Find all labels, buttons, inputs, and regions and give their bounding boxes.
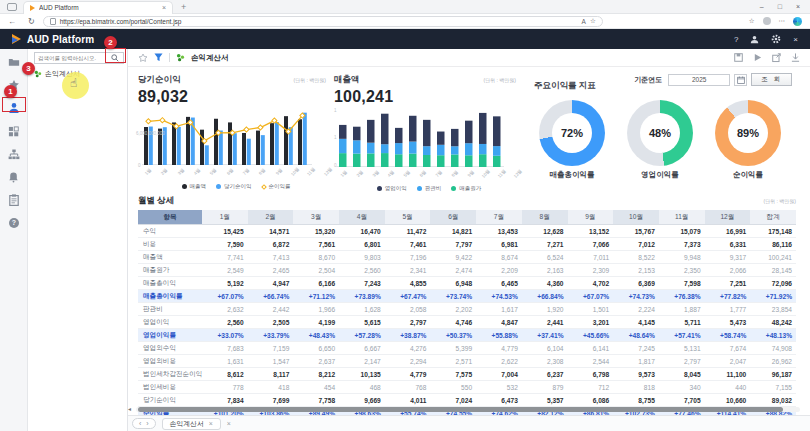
- tab-pager[interactable]: ‹ ›: [132, 418, 156, 429]
- tree-search-input[interactable]: [35, 55, 111, 61]
- more-menu-icon[interactable]: ⋯: [779, 17, 786, 25]
- tab-close-icon[interactable]: ×: [162, 4, 166, 11]
- table-cell: 2,341: [385, 264, 431, 277]
- vertical-tabs-icon[interactable]: [7, 3, 17, 11]
- table-cell: 7,155: [750, 381, 796, 394]
- profile-avatar[interactable]: [763, 17, 771, 25]
- table-cell: 10,135: [339, 368, 385, 381]
- table-cell: 5,131: [659, 342, 705, 355]
- close-all-tabs-icon[interactable]: ×: [227, 420, 231, 427]
- browser-tab[interactable]: AUD Platform ×: [23, 1, 173, 14]
- user-icon[interactable]: [750, 35, 759, 44]
- column-header: 4월: [339, 210, 385, 225]
- sheet-tab-income-statement[interactable]: 손익계산서 ×: [162, 418, 221, 430]
- legend-item: 매출액: [182, 183, 207, 190]
- page-info-icon[interactable]: [50, 18, 56, 25]
- table-cell: 4,011: [385, 394, 431, 407]
- folder-icon[interactable]: [7, 55, 21, 69]
- bookmark-star-icon[interactable]: [138, 53, 148, 63]
- table-cell: +37.41%: [522, 329, 568, 342]
- address-bar: ← ↻ https://epa.bimatrix.com/portal/Cont…: [0, 14, 810, 29]
- download-icon[interactable]: [791, 53, 800, 62]
- row-label: 매출원가: [138, 264, 202, 277]
- table-cell: +66.74%: [248, 290, 294, 303]
- table-cell: 9,803: [339, 251, 385, 264]
- table-cell: 2,350: [659, 264, 705, 277]
- share-icon[interactable]: [772, 53, 781, 62]
- table-cell: 418: [248, 381, 294, 394]
- table-cell: +67.47%: [385, 290, 431, 303]
- column-header: 1월: [202, 210, 248, 225]
- report-type-icon: [176, 53, 185, 62]
- new-tab-button[interactable]: +: [181, 2, 186, 12]
- table-cell: 1,920: [522, 303, 568, 316]
- donut-value: 72%: [552, 113, 592, 153]
- close-app-icon[interactable]: ×: [793, 35, 798, 44]
- table-cell: 2,622: [476, 355, 522, 368]
- back-icon[interactable]: ←: [8, 17, 16, 26]
- table-cell: 4,360: [522, 277, 568, 290]
- table-cell: 26,962: [750, 355, 796, 368]
- table-cell: +33.79%: [248, 329, 294, 342]
- table-cell: 6,465: [476, 277, 522, 290]
- combo-x-axis-labels: 1월2월3월4월5월6월7월8월9월10월11월12월: [138, 170, 334, 180]
- run-icon[interactable]: [753, 53, 762, 62]
- tab-next-icon[interactable]: ›: [146, 420, 148, 427]
- close-button[interactable]: ×: [796, 3, 800, 10]
- table-unit-label: (단위 : 백만원): [764, 198, 797, 204]
- sheet-tab-close-icon[interactable]: ×: [209, 420, 213, 427]
- collections-icon[interactable]: ☆: [749, 17, 755, 25]
- scroll-left-icon[interactable]: ◂: [128, 405, 131, 412]
- notifications-bell-icon[interactable]: [7, 170, 21, 184]
- minimize-button[interactable]: –: [760, 3, 764, 10]
- table-cell: 7,245: [613, 342, 659, 355]
- table-cell: 13,152: [568, 225, 614, 238]
- clipboard-icon[interactable]: [7, 193, 21, 207]
- legend-marker-icon: [377, 186, 382, 191]
- calendar-icon[interactable]: [734, 74, 747, 86]
- table-cell: +67.07%: [568, 290, 614, 303]
- profit-ratio-card: 주요이익률 지표 기준연도 조 회 72%매출총이익률48%영업이익률89%순이…: [524, 71, 796, 193]
- app-title: AUD Platform: [27, 34, 94, 45]
- favorite-star-icon[interactable]: ☆: [590, 17, 596, 25]
- table-cell: +50.37%: [430, 329, 476, 342]
- table-cell: 175,148: [750, 225, 796, 238]
- url-field[interactable]: https://epa.bimatrix.com/portal/Content.…: [43, 16, 603, 27]
- table-cell: 23,854: [750, 303, 796, 316]
- settings-gear-icon[interactable]: [771, 34, 781, 44]
- table-cell: 4,947: [248, 277, 294, 290]
- favicon: [30, 5, 35, 11]
- column-header: 10월: [613, 210, 659, 225]
- revenue-stacked-chart: [334, 107, 524, 171]
- tab-prev-icon[interactable]: ‹: [139, 420, 141, 427]
- query-button[interactable]: 조 회: [751, 73, 792, 86]
- maximize-button[interactable]: □: [778, 3, 782, 10]
- copilot-icon[interactable]: [793, 17, 802, 26]
- table-cell: 2,163: [522, 264, 568, 277]
- sheet-tab-bar: ‹ › 손익계산서 × ×: [128, 415, 810, 431]
- table-cell: +48.64%: [613, 329, 659, 342]
- table-cell: 7,598: [659, 277, 705, 290]
- legend-marker-icon: [216, 184, 221, 189]
- help-icon[interactable]: ?: [734, 35, 738, 44]
- filter-bar: 기준연도 조 회: [634, 73, 792, 86]
- help-circle-icon[interactable]: ?: [7, 216, 21, 230]
- monthly-detail-table: 항목1월2월3월4월5월6월7월8월9월10월11월12월합계 수익15,425…: [138, 210, 796, 420]
- read-aloud-icon[interactable]: A: [582, 18, 586, 25]
- filter-icon[interactable]: [154, 53, 163, 62]
- table-cell: +57.41%: [659, 329, 705, 342]
- table-cell: 9,317: [705, 251, 751, 264]
- horizontal-scrollbar[interactable]: [136, 407, 800, 412]
- table-cell: +74.73%: [613, 290, 659, 303]
- table-cell: 7,271: [522, 238, 568, 251]
- scrollbar-thumb[interactable]: [138, 407, 783, 412]
- reload-icon[interactable]: ↻: [28, 17, 35, 26]
- row-label: 영업이익: [138, 316, 202, 329]
- sitemap-icon[interactable]: [7, 147, 21, 161]
- dashboard-grid-icon[interactable]: [7, 124, 21, 138]
- base-year-input[interactable]: [668, 74, 730, 86]
- save-icon[interactable]: [734, 53, 743, 62]
- table-cell: 2,560: [202, 316, 248, 329]
- table-header: 항목1월2월3월4월5월6월7월8월9월10월11월12월합계: [138, 210, 796, 225]
- net-income-combo-chart: 6,000,000,0000110: [138, 107, 334, 169]
